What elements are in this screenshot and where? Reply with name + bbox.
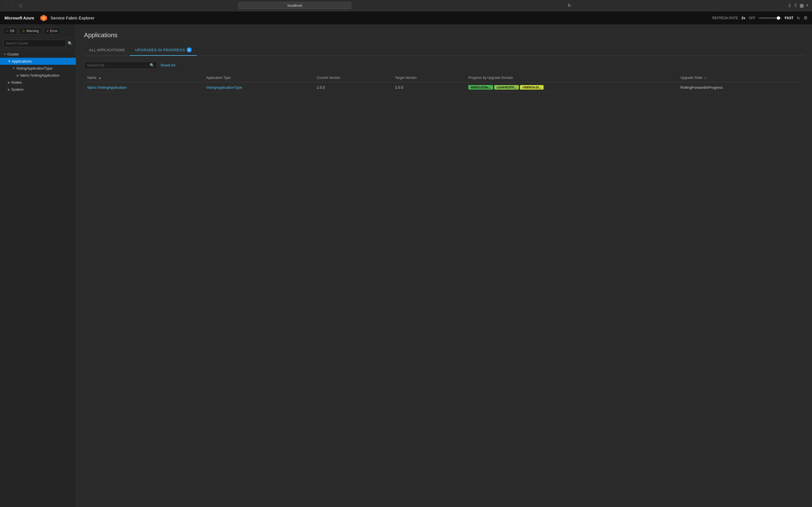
- content-area: Applications ALL APPLICATIONS UPGRADES I…: [76, 25, 812, 507]
- col-state: Upgrade State ▽: [677, 73, 804, 82]
- col-target: Target Version: [392, 73, 465, 82]
- nodes-caret: ▶: [8, 81, 10, 84]
- sidebar-item-votingapptype[interactable]: ▼ VotingApplicationType: [0, 65, 76, 72]
- sidebar-item-fabricvoting[interactable]: ▶ fabric:/VotingApplication: [0, 72, 76, 79]
- refresh-button[interactable]: ↻: [566, 2, 573, 9]
- search-list-wrap: 🔍: [84, 61, 157, 69]
- refresh-slider[interactable]: [759, 17, 781, 18]
- tab-all-applications[interactable]: ALL APPLICATIONS: [84, 45, 130, 56]
- reset-all-button[interactable]: Reset All: [161, 63, 175, 67]
- app-title-section: Service Fabric Explorer: [40, 14, 712, 22]
- cluster-caret: ▼: [3, 53, 6, 56]
- system-label: System: [11, 87, 23, 92]
- warning-label: Warning: [26, 29, 39, 33]
- cell-target: 2.0.0: [392, 82, 465, 93]
- state-filter-icon[interactable]: ▽: [704, 76, 707, 79]
- search-row: 🔍 Reset All: [84, 61, 804, 69]
- warning-icon: ⚠: [22, 29, 25, 33]
- domain-badge-1[interactable]: b9d52c016a...: [468, 85, 493, 90]
- tabs-bar: ALL APPLICATIONS UPGRADES IN PROGRESS 1: [84, 45, 804, 56]
- forward-button[interactable]: ›: [10, 3, 15, 9]
- ok-label: OK: [10, 29, 15, 33]
- search-list-icon: 🔍: [150, 63, 154, 67]
- cell-name: fabric:/VotingApplication: [84, 82, 203, 93]
- applications-caret: ▼: [8, 60, 11, 63]
- refresh-toggle[interactable]: OFF: [749, 16, 755, 20]
- domain-badge-2[interactable]: c2e9eff1976...: [494, 85, 519, 90]
- nodes-label: Nodes: [11, 80, 22, 84]
- error-icon: ✗: [46, 29, 49, 33]
- app-header: Microsoft Azure Service Fabric Explorer …: [0, 11, 812, 25]
- col-name: Name ▲: [84, 73, 203, 82]
- cell-progress: b9d52c016a... c2e9eff1976... cf68563e16.…: [465, 82, 677, 93]
- col-current: Current Version: [313, 73, 392, 82]
- ok-icon: ✓: [6, 29, 9, 33]
- url-bar[interactable]: localhost: [239, 2, 351, 9]
- applications-label: Applications: [12, 59, 32, 63]
- votingapptype-caret: ▼: [12, 67, 15, 70]
- header-controls: REFRESH RATE 2s OFF FAST ↻ ⚙: [712, 15, 808, 20]
- sidebar: ✓ OK ⚠ Warning ✗ Error 🔍 ▼ Cluster: [0, 25, 76, 507]
- votingapptype-label: VotingApplicationType: [16, 66, 52, 70]
- sidebar-item-nodes[interactable]: ▶ Nodes: [0, 79, 76, 86]
- search-cluster-button[interactable]: 🔍: [68, 41, 72, 46]
- tabs-icon: ▦: [800, 3, 804, 8]
- error-label: Error: [50, 29, 58, 33]
- status-bar: ✓ OK ⚠ Warning ✗ Error: [0, 25, 76, 38]
- cluster-label: Cluster: [7, 52, 19, 56]
- table-row: fabric:/VotingApplication VotingApplicat…: [84, 82, 804, 93]
- app-type-link[interactable]: VotingApplicationType: [206, 86, 242, 90]
- ok-status-button[interactable]: ✓ OK: [3, 27, 17, 34]
- search-cluster-row: 🔍: [0, 38, 76, 50]
- download-icon: ⇩: [788, 3, 792, 8]
- main-layout: ✓ OK ⚠ Warning ✗ Error 🔍 ▼ Cluster: [0, 25, 812, 507]
- app-title: Service Fabric Explorer: [50, 15, 94, 20]
- view-button[interactable]: □: [18, 3, 24, 9]
- sidebar-item-system[interactable]: ▶ System: [0, 86, 76, 93]
- warning-status-button[interactable]: ⚠ Warning: [19, 27, 41, 34]
- cell-type: VotingApplicationType: [203, 82, 313, 93]
- name-sort-icon: ▲: [98, 76, 101, 79]
- add-tab-icon: +: [806, 3, 809, 8]
- sidebar-item-applications[interactable]: ▼ Applications: [0, 58, 76, 65]
- search-cluster-input[interactable]: [3, 40, 66, 47]
- domain-badge-3[interactable]: cf68563e16...: [520, 85, 544, 90]
- refresh-rate-label: REFRESH RATE: [712, 16, 738, 20]
- app-name-link[interactable]: fabric:/VotingApplication: [87, 86, 126, 90]
- tab-upgrades-in-progress[interactable]: UPGRADES IN PROGRESS 1: [130, 45, 197, 56]
- settings-icon[interactable]: ⚙: [804, 15, 808, 20]
- col-progress: Progress by Upgrade Domain: [465, 73, 677, 82]
- system-caret: ▶: [8, 88, 10, 91]
- tab-upgrades-label: UPGRADES IN PROGRESS: [135, 48, 185, 52]
- page-title: Applications: [84, 32, 804, 39]
- sidebar-tree: ▼ Cluster ▼ Applications ▼ VotingApplica…: [0, 50, 76, 507]
- domain-badges: b9d52c016a... c2e9eff1976... cf68563e16.…: [468, 85, 673, 90]
- cell-current: 1.0.0: [313, 82, 392, 93]
- sidebar-item-cluster[interactable]: ▼ Cluster: [0, 51, 76, 58]
- service-fabric-logo: [40, 14, 48, 22]
- upgrades-badge: 1: [187, 47, 192, 52]
- col-type: Application Type: [203, 73, 313, 82]
- fabricvoting-caret: ▶: [17, 74, 19, 77]
- table-header-row: Name ▲ Application Type Current Version …: [84, 73, 804, 82]
- tab-all-label: ALL APPLICATIONS: [89, 48, 125, 52]
- upgrades-table: Name ▲ Application Type Current Version …: [84, 73, 804, 93]
- browser-chrome: ‹ › □ localhost ↻ ⇩ ⇧ ▦ +: [0, 0, 812, 11]
- share-icon: ⇧: [794, 3, 797, 8]
- refresh-icon[interactable]: ↻: [797, 16, 800, 20]
- refresh-speed: FAST: [784, 16, 794, 20]
- fabricvoting-label: fabric:/VotingApplication: [20, 73, 59, 77]
- back-button[interactable]: ‹: [3, 3, 8, 9]
- error-status-button[interactable]: ✗ Error: [44, 27, 60, 34]
- search-list-input[interactable]: [87, 63, 148, 67]
- azure-brand: Microsoft Azure: [4, 16, 34, 20]
- cell-state: RollingForwardInProgress: [677, 82, 804, 93]
- refresh-rate-value: 2s: [742, 16, 745, 20]
